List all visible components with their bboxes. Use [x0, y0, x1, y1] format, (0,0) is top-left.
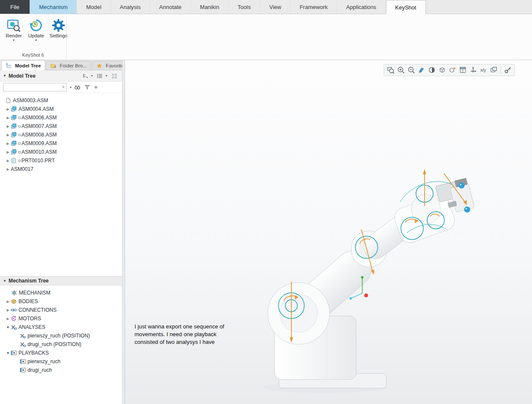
component-status-icon [18, 160, 21, 162]
graphics-viewport[interactable]: x/y I [125, 60, 532, 404]
tree-item[interactable]: ▶ ASM0008.ASM [0, 131, 122, 139]
tree-columns-dropdown-icon[interactable]: ▼ [105, 74, 108, 77]
collapse-arrow-icon[interactable]: ▼ [5, 325, 11, 329]
options-button[interactable] [503, 65, 513, 75]
tab-annotate[interactable]: Annotate [150, 0, 191, 14]
saved-orientations-button[interactable] [448, 65, 457, 75]
tab-tools[interactable]: Tools [229, 0, 260, 14]
expand-arrow-icon[interactable]: ▶ [5, 133, 11, 137]
tree-item[interactable]: ▶ MOTORS [0, 314, 122, 323]
expand-arrow-icon[interactable]: ▶ [5, 116, 11, 120]
expand-arrow-icon[interactable]: ▶ [5, 317, 11, 321]
expand-arrow-icon[interactable]: ▶ [5, 167, 11, 171]
zoom-in-button[interactable] [396, 65, 406, 75]
filter-funnel-icon[interactable] [84, 84, 90, 90]
zoom-out-button[interactable] [407, 65, 416, 75]
tree-item[interactable]: pierwszy_ruch (POSITION) [0, 331, 122, 340]
tree-filters-dropdown-icon[interactable]: ▼ [90, 74, 93, 77]
find-binoculars-icon[interactable] [74, 84, 80, 90]
tab-model[interactable]: Model [77, 0, 110, 14]
robot-arm-model [125, 60, 529, 404]
update-icon [29, 18, 43, 32]
component-status-icon [18, 143, 21, 145]
panel-splitter[interactable] [122, 60, 125, 404]
tab-manikin[interactable]: Manikin [191, 0, 229, 14]
expand-arrow-icon[interactable]: ▶ [5, 142, 11, 146]
clear-search-icon[interactable]: × [62, 84, 65, 91]
tab-folder-browser[interactable]: Folder Bro... [46, 61, 91, 70]
render-dropdown-icon[interactable]: ▼ [12, 39, 15, 42]
svg-text:x/y: x/y [480, 68, 486, 73]
tree-item[interactable]: ▶ ASM0009.ASM [0, 139, 122, 148]
model-tree-list: ASM0003.ASM ▶ ASM0004.ASM ▶ ASM0006.ASM … [0, 93, 122, 276]
favorites-star-icon [96, 63, 102, 69]
tree-item[interactable]: ▶ ASM0017 [0, 165, 122, 173]
tree-item[interactable]: drugi_ruch (POSITION) [0, 340, 122, 349]
ribbon-tab-bar: File Mechanism Model Analysis Annotate M… [0, 0, 532, 14]
tab-applications[interactable]: Applications [337, 0, 385, 14]
add-filter-icon[interactable]: + [94, 84, 98, 91]
update-button[interactable]: Update ▼ [26, 17, 46, 42]
datum-display-button[interactable] [468, 65, 478, 75]
settings-gear-icon [52, 18, 65, 32]
tree-item[interactable]: ▶ ASM0007.ASM [0, 122, 122, 131]
annotation-display-button[interactable]: x/y [479, 65, 488, 75]
graphics-window-button[interactable] [489, 65, 498, 75]
tree-item[interactable]: drugi_ruch [0, 366, 122, 374]
expand-arrow-icon[interactable]: ▶ [5, 150, 11, 154]
tree-item[interactable]: ▶ ASM0006.ASM [0, 113, 122, 122]
tab-analysis[interactable]: Analysis [111, 0, 150, 14]
render-button[interactable]: Render ▼ [3, 17, 24, 42]
search-options-dropdown-icon[interactable]: ▼ [69, 86, 72, 89]
model-tree-header-label: Model Tree [9, 73, 36, 79]
tree-item-label: ASM0008.ASM [21, 132, 57, 138]
user-note-text: I just wanna export one sequence of move… [135, 323, 238, 346]
ribbon: Render ▼ Update ▼ [0, 14, 532, 60]
tree-item-label: drugi_ruch (POSITION) [28, 341, 81, 347]
update-dropdown-icon[interactable]: ▼ [35, 39, 38, 42]
analyses-icon [11, 324, 17, 330]
tab-keyshot[interactable]: KeyShot [386, 0, 426, 14]
tree-display-button[interactable] [111, 73, 119, 79]
collapse-section-icon[interactable]: ▼ [3, 279, 6, 283]
tree-item[interactable]: ▶ ASM0004.ASM [0, 105, 122, 113]
collapse-arrow-icon[interactable]: ▼ [5, 351, 11, 355]
tree-item[interactable]: ▶ BODIES [0, 297, 122, 306]
tree-item-label: MECHANISM [19, 290, 50, 296]
search-input[interactable] [3, 83, 67, 91]
analysis-icon [20, 333, 26, 339]
tree-item[interactable]: ▶ ASM0010.ASM [0, 148, 122, 156]
tree-columns-button[interactable]: ▼ [97, 73, 108, 79]
tree-filters-button[interactable]: ▼ [82, 73, 93, 79]
repaint-button[interactable] [417, 65, 426, 75]
tree-item[interactable]: ASM0003.ASM [0, 96, 122, 105]
display-style-icon [438, 66, 446, 74]
tree-item-label: ASM0006.ASM [21, 115, 57, 121]
expand-arrow-icon[interactable]: ▶ [5, 125, 11, 128]
tree-item[interactable]: pierwszy_ruch [0, 357, 122, 366]
expand-arrow-icon[interactable]: ▶ [5, 159, 11, 163]
tree-item[interactable]: ▶ PRT0010.PRT [0, 156, 122, 165]
tree-item[interactable]: ▶ CONNECTIONS [0, 306, 122, 314]
tab-file[interactable]: File [0, 0, 30, 14]
zoom-fit-button[interactable] [386, 65, 395, 75]
tree-item[interactable]: ▼ ANALYSES [0, 323, 122, 331]
expand-arrow-icon[interactable]: ▶ [5, 300, 11, 304]
settings-button[interactable]: Settings [48, 17, 69, 38]
expand-arrow-icon[interactable]: ▶ [5, 308, 11, 312]
display-style-button[interactable] [437, 65, 447, 75]
render-style-button[interactable] [427, 65, 437, 75]
tab-view[interactable]: View [260, 0, 290, 14]
tab-framework[interactable]: Framework [290, 0, 337, 14]
expand-arrow-icon[interactable]: ▶ [5, 107, 11, 111]
tree-item[interactable]: ▼ PLAYBACKS [0, 349, 122, 357]
tab-model-tree[interactable]: Model Tree [1, 60, 45, 70]
tree-item[interactable]: MECHANISM [0, 289, 122, 297]
tree-item-label: ASM0004.ASM [18, 106, 54, 112]
tab-mechanism[interactable]: Mechanism [30, 0, 77, 14]
tree-item-label: ASM0007.ASM [21, 123, 57, 129]
view-manager-button[interactable] [458, 65, 468, 75]
collapse-section-icon[interactable]: ▼ [3, 74, 6, 78]
component-status-icon [18, 134, 21, 136]
saved-orientations-icon [449, 66, 456, 74]
